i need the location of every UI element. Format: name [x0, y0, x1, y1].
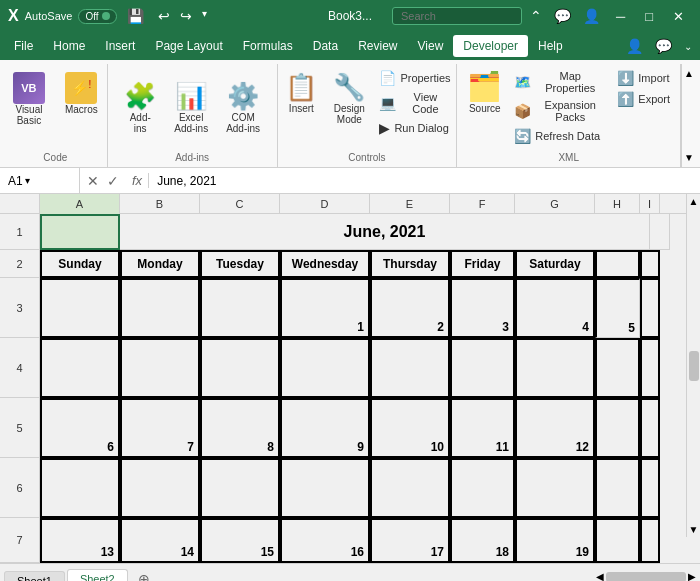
- cell-c2[interactable]: Tuesday: [200, 250, 280, 278]
- refresh-data-button[interactable]: 🔄 Refresh Data: [510, 126, 609, 146]
- cell-e5[interactable]: 10: [370, 398, 450, 458]
- cell-h3[interactable]: 5: [595, 278, 640, 338]
- cell-e2[interactable]: Thursday: [370, 250, 450, 278]
- excel-addins-button[interactable]: 📊 ExcelAdd-ins: [168, 77, 214, 138]
- ribbon-scroll-down[interactable]: ▼: [684, 152, 694, 163]
- undo-icon[interactable]: ↩: [154, 6, 174, 26]
- cell-e3[interactable]: 2: [370, 278, 450, 338]
- menu-home[interactable]: Home: [43, 35, 95, 57]
- col-header-a[interactable]: A: [40, 194, 120, 214]
- menu-developer[interactable]: Developer: [453, 35, 528, 57]
- add-sheet-button[interactable]: ⊕: [130, 568, 158, 582]
- confirm-formula-icon[interactable]: ✓: [104, 173, 122, 189]
- cell-h2[interactable]: [595, 250, 640, 278]
- properties-button[interactable]: 📄 Properties: [375, 68, 454, 88]
- cell-h7[interactable]: [595, 518, 640, 563]
- col-header-i[interactable]: I: [640, 194, 660, 214]
- menu-formulas[interactable]: Formulas: [233, 35, 303, 57]
- scroll-right-btn[interactable]: ▶: [688, 571, 696, 581]
- cell-f7[interactable]: 18: [450, 518, 515, 563]
- cell-i5[interactable]: [640, 398, 660, 458]
- horizontal-scrollbar[interactable]: ◀ ▶: [592, 571, 700, 581]
- cell-f2[interactable]: Friday: [450, 250, 515, 278]
- cell-h5[interactable]: [595, 398, 640, 458]
- autosave-toggle[interactable]: Off: [78, 9, 116, 24]
- ribbon-toggle-icon[interactable]: ⌃: [526, 6, 546, 26]
- col-header-d[interactable]: D: [280, 194, 370, 214]
- vertical-scrollbar[interactable]: ▲ ▼: [686, 194, 700, 537]
- cell-d7[interactable]: 16: [280, 518, 370, 563]
- sheet-tab-sheet2[interactable]: Sheet2: [67, 569, 128, 582]
- cell-g6[interactable]: [515, 458, 595, 518]
- cell-i1[interactable]: [650, 214, 670, 250]
- scroll-up-btn[interactable]: ▲: [689, 196, 699, 207]
- cell-b6[interactable]: [120, 458, 200, 518]
- cell-i3[interactable]: [640, 278, 660, 338]
- redo-icon[interactable]: ↪: [176, 6, 196, 26]
- cell-a4[interactable]: [40, 338, 120, 398]
- cell-c7[interactable]: 15: [200, 518, 280, 563]
- cell-a3[interactable]: [40, 278, 120, 338]
- cell-b4[interactable]: [120, 338, 200, 398]
- cell-c3[interactable]: [200, 278, 280, 338]
- cell-b3[interactable]: [120, 278, 200, 338]
- cell-h4[interactable]: [595, 338, 640, 398]
- scroll-left-btn[interactable]: ◀: [596, 571, 604, 581]
- row-header-1[interactable]: 1: [0, 214, 40, 250]
- cell-g3[interactable]: 4: [515, 278, 595, 338]
- search-input[interactable]: [392, 7, 522, 25]
- name-box-dropdown[interactable]: ▾: [25, 175, 30, 186]
- ribbon-scroll-up[interactable]: ▲: [684, 68, 694, 79]
- chat-icon[interactable]: 💬: [651, 36, 676, 56]
- col-header-c[interactable]: C: [200, 194, 280, 214]
- row-header-7[interactable]: 7: [0, 518, 40, 563]
- cell-h6[interactable]: [595, 458, 640, 518]
- scroll-thumb[interactable]: [689, 351, 699, 381]
- col-header-g[interactable]: G: [515, 194, 595, 214]
- cell-d3[interactable]: 1: [280, 278, 370, 338]
- row-header-3[interactable]: 3: [0, 278, 40, 338]
- cell-i6[interactable]: [640, 458, 660, 518]
- comments-icon[interactable]: 💬: [550, 6, 575, 26]
- cell-i2[interactable]: [640, 250, 660, 278]
- menu-insert[interactable]: Insert: [95, 35, 145, 57]
- cell-b7[interactable]: 14: [120, 518, 200, 563]
- cell-b5[interactable]: 7: [120, 398, 200, 458]
- cell-d6[interactable]: [280, 458, 370, 518]
- cell-c4[interactable]: [200, 338, 280, 398]
- cell-a1[interactable]: [40, 214, 120, 250]
- addins-button[interactable]: 🧩 Add-ins: [118, 77, 162, 138]
- cell-a5[interactable]: 6: [40, 398, 120, 458]
- row-header-5[interactable]: 5: [0, 398, 40, 458]
- expansion-packs-button[interactable]: 📦 Expansion Packs: [510, 97, 609, 125]
- cell-c5[interactable]: 8: [200, 398, 280, 458]
- design-mode-button[interactable]: 🔧 DesignMode: [327, 68, 371, 129]
- h-scroll-thumb[interactable]: [606, 572, 686, 582]
- col-header-e[interactable]: E: [370, 194, 450, 214]
- insert-button[interactable]: 📋 Insert: [279, 68, 323, 129]
- xml-source-label[interactable]: Source: [469, 103, 501, 114]
- menu-help[interactable]: Help: [528, 35, 573, 57]
- cell-g7[interactable]: 19: [515, 518, 595, 563]
- cell-c6[interactable]: [200, 458, 280, 518]
- cell-i4[interactable]: [640, 338, 660, 398]
- share-icon[interactable]: 👤: [579, 6, 604, 26]
- cell-f3[interactable]: 3: [450, 278, 515, 338]
- export-button[interactable]: ⬆️ Export: [613, 89, 674, 109]
- macros-button[interactable]: ⚡ ! Macros: [59, 68, 104, 119]
- undo-dropdown-icon[interactable]: ▾: [198, 6, 211, 26]
- scroll-down-btn[interactable]: ▼: [689, 524, 699, 535]
- menu-review[interactable]: Review: [348, 35, 407, 57]
- name-box[interactable]: A1 ▾: [0, 168, 80, 193]
- visual-basic-button[interactable]: VB VisualBasic: [7, 68, 51, 130]
- minimize-button[interactable]: ─: [608, 5, 633, 28]
- account-icon[interactable]: 👤: [622, 36, 647, 56]
- com-addins-button[interactable]: ⚙️ COMAdd-ins: [220, 77, 266, 138]
- cell-i7[interactable]: [640, 518, 660, 563]
- cell-a6[interactable]: [40, 458, 120, 518]
- cell-title[interactable]: June, 2021: [120, 214, 650, 250]
- row-header-6[interactable]: 6: [0, 458, 40, 518]
- formula-input[interactable]: June, 2021: [149, 174, 700, 188]
- cell-e6[interactable]: [370, 458, 450, 518]
- menu-view[interactable]: View: [408, 35, 454, 57]
